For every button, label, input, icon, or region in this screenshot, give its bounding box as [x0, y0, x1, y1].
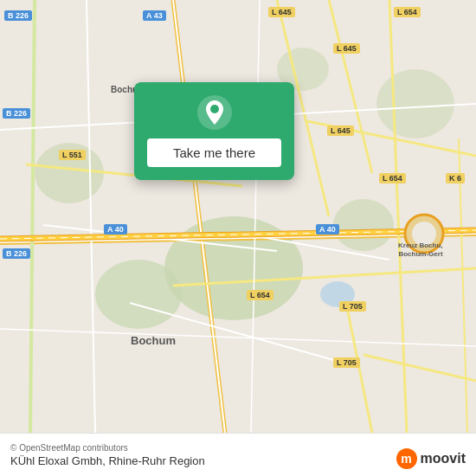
- road-label-b226-3: B 226: [3, 248, 30, 259]
- road-label-l645-1: L 645: [268, 7, 295, 17]
- moovit-text: moovit: [421, 451, 466, 466]
- road-label-a43: A 43: [143, 10, 166, 21]
- moovit-logo: m moovit: [396, 448, 466, 469]
- road-label-l705-1: L 705: [339, 301, 366, 312]
- svg-point-35: [210, 105, 219, 113]
- road-label-b226-2: B 226: [3, 108, 30, 119]
- take-me-there-button[interactable]: Take me there: [147, 138, 281, 167]
- svg-point-5: [376, 69, 454, 138]
- area-label-bochum: Bochum: [128, 333, 178, 348]
- road-label-l645-3: L 645: [327, 125, 354, 136]
- svg-point-2: [95, 260, 182, 329]
- road-label-b226-1: B 226: [4, 10, 32, 21]
- road-label-l551: L 551: [59, 150, 86, 160]
- map-svg: [0, 0, 476, 433]
- road-label-a40-2: A 40: [316, 224, 339, 235]
- road-label-k6: K 6: [446, 173, 465, 183]
- road-label-l654-3: L 654: [247, 290, 273, 300]
- road-label-l654-2: L 654: [379, 173, 406, 183]
- footer: © OpenStreetMap contributors KÜhl Eloxal…: [0, 433, 476, 476]
- moovit-logo-circle: m: [396, 448, 417, 469]
- moovit-m-icon: m: [401, 453, 411, 465]
- area-label-kreuz: Kreuz Bochu,Bochum-Gert: [396, 241, 446, 261]
- road-label-l645-2: L 645: [333, 43, 360, 54]
- svg-point-3: [333, 199, 394, 251]
- map-container: B 226 A 43 L 645 L 645 L 654 Bochum-Rie …: [0, 0, 476, 433]
- road-label-a40-1: A 40: [104, 224, 127, 235]
- road-label-l705-2: L 705: [333, 357, 360, 368]
- location-pin-icon: [197, 95, 232, 130]
- popup-card: Take me there: [134, 82, 294, 180]
- road-label-l654-1: L 654: [394, 7, 421, 17]
